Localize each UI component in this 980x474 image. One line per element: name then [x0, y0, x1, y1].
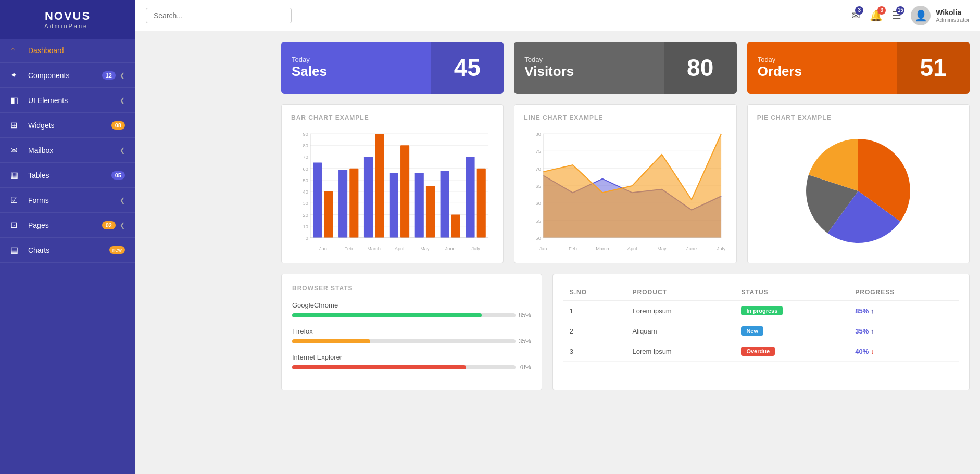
browser-label: GoogleChrome [292, 301, 531, 309]
browser-bar-bg [292, 365, 516, 369]
main-content: Today Sales 45 Today Visitors 80 Today O… [271, 31, 980, 474]
stat-visitors-value-wrap: 80 [664, 42, 737, 94]
sidebar-item-widgets[interactable]: ⊞ Widgets 08 [0, 113, 135, 138]
svg-text:20: 20 [303, 213, 308, 218]
nav-icon-widgets: ⊞ [10, 120, 22, 130]
svg-text:July: July [717, 246, 726, 251]
nav-icon-components: ✦ [10, 70, 22, 80]
nav-icon-pages: ⊡ [10, 220, 22, 230]
browser-stats-list: GoogleChrome 85% Firefox [292, 301, 531, 371]
svg-text:Feb: Feb [344, 246, 353, 251]
user-info[interactable]: 👤 Wikolia Administrator [911, 6, 970, 25]
search-input[interactable] [146, 8, 292, 23]
table-cell-product: Lorem ipsum [626, 341, 735, 362]
stat-visitors-title: Visitors [524, 63, 653, 80]
bar-chart-card: BAR CHART EXAMPLE 0102030405060708090Jan… [281, 104, 504, 263]
progress-arrow-icon: ↓ [871, 348, 874, 355]
sidebar-header: NOVUS AdminPanel [0, 0, 135, 39]
svg-rect-30 [400, 145, 409, 238]
table-header: PRODUCT [626, 285, 735, 301]
bell-badge: 3 [877, 6, 886, 15]
nav-label-charts: Charts [28, 246, 109, 254]
svg-text:March: March [596, 246, 609, 251]
nav-badge-charts: new [109, 246, 125, 254]
svg-text:55: 55 [536, 219, 541, 224]
sidebar-item-dashboard[interactable]: ⌂ Dashboard [0, 39, 135, 63]
svg-text:Jan: Jan [319, 246, 327, 251]
email-badge: 3 [855, 6, 863, 15]
nav-icon-mailbox: ✉ [10, 145, 22, 155]
user-details: Wikolia Administrator [936, 8, 970, 23]
svg-rect-29 [390, 173, 398, 238]
sidebar-item-ui-elements[interactable]: ◧ UI Elements ❮ [0, 88, 135, 113]
pie-chart-title: PIE CHART EXAMPLE [757, 114, 960, 121]
nav-arrow-components: ❮ [120, 72, 125, 79]
nav-label-pages: Pages [28, 221, 102, 229]
svg-text:Jan: Jan [539, 246, 547, 251]
sidebar-item-components[interactable]: ✦ Components 12 ❮ [0, 63, 135, 88]
nav-badge-widgets: 08 [111, 121, 125, 130]
browser-bar-bg [292, 339, 516, 343]
nav-icon-dashboard: ⌂ [10, 46, 22, 55]
email-notification[interactable]: ✉ 3 [851, 9, 860, 22]
nav-icon-tables: ▦ [10, 170, 22, 180]
user-name: Wikolia [936, 8, 970, 17]
table-cell-product: Aliquam [626, 321, 735, 341]
table-cell-progress: 40% ↓ [849, 341, 959, 362]
stat-orders-value-wrap: 51 [897, 42, 970, 94]
stat-visitors-value: 80 [687, 54, 713, 82]
svg-text:70: 70 [536, 166, 541, 172]
pie-chart-svg [801, 134, 915, 248]
browser-stat-item: Internet Explorer 78% [292, 353, 531, 371]
svg-text:June: June [686, 246, 697, 251]
nav-icon-forms: ☑ [10, 195, 22, 205]
sidebar-item-forms[interactable]: ☑ Forms ❮ [0, 188, 135, 213]
svg-text:65: 65 [536, 184, 541, 189]
browser-bar-fill [292, 365, 466, 369]
progress-value: 40% [855, 348, 869, 355]
svg-rect-23 [338, 170, 347, 238]
bell-notification[interactable]: 🔔 3 [870, 9, 883, 22]
table-cell-sno: 2 [563, 321, 626, 341]
svg-text:April: April [627, 246, 637, 251]
sidebar-item-pages[interactable]: ⊡ Pages 02 ❮ [0, 213, 135, 238]
status-badge: New [741, 326, 763, 336]
sidebar-item-tables[interactable]: ▦ Tables 05 [0, 163, 135, 188]
browser-label: Firefox [292, 327, 531, 335]
browser-stats-title: BROWSER STATS [292, 285, 531, 292]
stat-cards: Today Sales 45 Today Visitors 80 Today O… [281, 42, 970, 94]
progress-value: 85% [855, 307, 869, 315]
nav-label-dashboard: Dashboard [28, 46, 125, 55]
nav-label-forms: Forms [28, 196, 116, 204]
sidebar-item-charts[interactable]: ▤ Charts new [0, 238, 135, 263]
status-badge: In progress [741, 306, 783, 315]
list-notification[interactable]: ☰ 15 [892, 9, 901, 22]
stat-card-visitors-left: Today Visitors [514, 47, 663, 88]
product-table-body: 1 Lorem ipsum In progress 85% ↑ 2 Aliqua… [563, 301, 959, 362]
nav-badge-pages: 02 [102, 221, 116, 229]
svg-rect-36 [451, 215, 460, 238]
browser-label: Internet Explorer [292, 353, 531, 361]
svg-rect-21 [324, 191, 333, 238]
sidebar-item-mailbox[interactable]: ✉ Mailbox ❮ [0, 138, 135, 163]
nav-label-mailbox: Mailbox [28, 146, 116, 155]
browser-bar-pct: 78% [519, 364, 531, 371]
browser-bar-pct: 35% [519, 338, 531, 345]
browser-bar-pct: 85% [519, 312, 531, 319]
svg-text:July: July [471, 246, 480, 251]
line-chart-card: LINE CHART EXAMPLE 50556065707580JanFebM… [514, 104, 736, 263]
line-chart-area: 50556065707580JanFebMarchAprilMayJuneJul… [524, 129, 726, 253]
browser-bar-row: 78% [292, 364, 531, 371]
table-cell-status: In progress [735, 301, 849, 321]
browser-bar-fill [292, 313, 482, 317]
line-chart-svg: 50556065707580JanFebMarchAprilMayJuneJul… [524, 129, 726, 253]
stat-card-orders: Today Orders 51 [747, 42, 970, 94]
sidebar-nav: ⌂ Dashboard ✦ Components 12 ❮ ◧ UI Eleme… [0, 39, 135, 474]
svg-text:April: April [395, 246, 404, 251]
nav-label-components: Components [28, 71, 102, 80]
product-table-head: S.NOPRODUCTSTATUSPROGRESS [563, 285, 959, 301]
stat-sales-today: Today [292, 56, 420, 63]
svg-text:40: 40 [303, 189, 308, 195]
stat-orders-value: 51 [920, 54, 946, 82]
table-cell-status: New [735, 321, 849, 341]
